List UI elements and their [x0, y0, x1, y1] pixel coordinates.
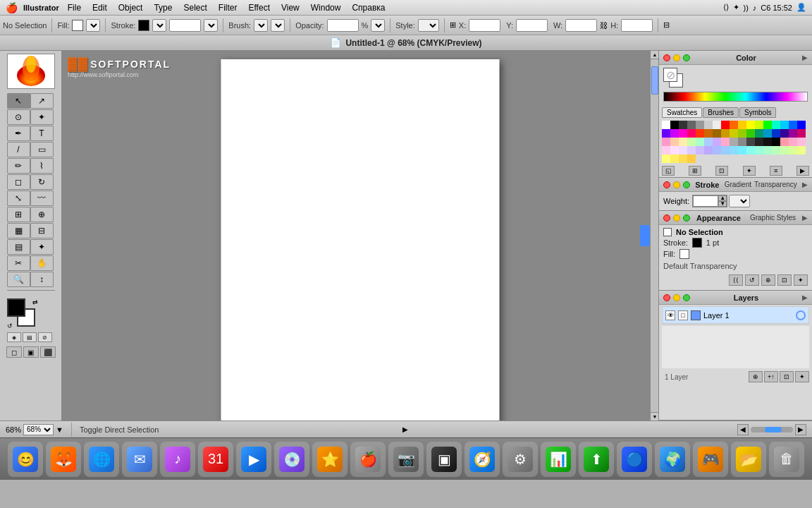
swatch-cell[interactable]: [738, 138, 746, 146]
swatch-cell[interactable]: [662, 146, 670, 155]
stroke-panel-header[interactable]: Stroke Gradient Transparency ▶: [659, 178, 812, 192]
swap-colors-icon[interactable]: ⇄: [32, 298, 38, 306]
swatch-cell[interactable]: [721, 146, 730, 155]
dock-app19[interactable]: 🎮: [693, 442, 728, 477]
menu-edit[interactable]: Edit: [87, 3, 113, 13]
layers-panel-header[interactable]: Layers ▶: [659, 291, 812, 305]
lasso-tool[interactable]: ⊙: [7, 109, 30, 125]
appear-close-btn[interactable]: [663, 214, 670, 222]
swatch-cell[interactable]: [662, 121, 670, 129]
swatch-cell[interactable]: [797, 129, 806, 138]
rotate-tool[interactable]: ↻: [30, 174, 54, 190]
measure-tool[interactable]: ↕: [30, 272, 54, 287]
fullscreen2-mode-btn[interactable]: ⬛: [40, 346, 56, 358]
menu-type[interactable]: Type: [148, 3, 178, 13]
dock-app15[interactable]: 📊: [541, 442, 576, 477]
eyedropper-tool[interactable]: ✦: [30, 239, 54, 255]
swatch-edit[interactable]: ⊡: [715, 166, 728, 176]
fullscreen-mode-btn[interactable]: ▣: [23, 346, 39, 358]
opacity-input[interactable]: 100: [327, 19, 359, 32]
hand-tool[interactable]: ✋: [30, 255, 54, 271]
swatch-new[interactable]: ⊞: [689, 166, 701, 176]
weight-down[interactable]: ▼: [718, 201, 727, 207]
swatch-cell[interactable]: [670, 121, 679, 129]
swatch-cell[interactable]: [780, 121, 789, 129]
swatch-cell[interactable]: [704, 138, 713, 146]
swatch-cell[interactable]: [789, 138, 797, 146]
swatch-cell[interactable]: [679, 121, 687, 129]
tab-brushes[interactable]: Brushes: [703, 107, 739, 118]
y-input[interactable]: 0 mm: [516, 19, 548, 32]
swatch-cell[interactable]: [713, 121, 721, 129]
swatch-cell[interactable]: [687, 155, 696, 163]
appear-tool-3[interactable]: ⊕: [761, 274, 775, 286]
dock-ical[interactable]: 31: [198, 442, 233, 477]
rect-tool[interactable]: ▭: [30, 142, 54, 157]
swatch-cell[interactable]: [730, 138, 738, 146]
pencil-tool[interactable]: ✏: [7, 158, 30, 174]
tab-swatches[interactable]: Swatches: [662, 107, 702, 118]
brush-style[interactable]: [271, 19, 285, 32]
dock-terminal[interactable]: ▣: [426, 442, 462, 477]
appear-min-btn[interactable]: [673, 214, 680, 222]
color-panel-header[interactable]: Color ▶: [659, 51, 812, 65]
direct-selection-tool[interactable]: ↗: [30, 93, 54, 109]
menu-file[interactable]: File: [62, 3, 87, 13]
type-tool[interactable]: T: [30, 126, 54, 141]
swatch-cell[interactable]: [738, 146, 746, 155]
layers-tool-duplicate[interactable]: ⊡: [780, 371, 794, 382]
swatch-cell[interactable]: [772, 129, 780, 138]
dock-mail[interactable]: ✉: [122, 442, 157, 477]
swatch-menu[interactable]: ≡: [770, 166, 782, 176]
scroll-thumb[interactable]: [651, 66, 658, 95]
color-fg[interactable]: ⊘: [663, 68, 677, 82]
swatch-cell[interactable]: [797, 146, 806, 155]
swatch-cell[interactable]: [780, 138, 789, 146]
menu-window[interactable]: Window: [305, 3, 347, 13]
swatch-cell[interactable]: [763, 129, 772, 138]
swatch-cell[interactable]: [662, 155, 670, 163]
swatch-cell[interactable]: [797, 138, 806, 146]
stroke-min-btn[interactable]: [673, 181, 680, 188]
dock-globe[interactable]: 🌐: [84, 442, 119, 477]
layers-tool-delete[interactable]: ✦: [795, 371, 809, 382]
swatch-cell[interactable]: [789, 146, 797, 155]
view-icon[interactable]: ⊟: [663, 20, 670, 30]
tab-gradient[interactable]: Gradient: [725, 181, 751, 188]
line-tool[interactable]: /: [7, 142, 30, 157]
warp-tool[interactable]: 〰: [30, 190, 54, 206]
scroll-left-btn[interactable]: ◀: [737, 424, 749, 435]
normal-mode-btn[interactable]: ◻: [6, 346, 22, 358]
stroke-select[interactable]: [152, 19, 166, 32]
dock-app14[interactable]: ⚙: [503, 442, 538, 477]
appear-tool-5[interactable]: ✦: [794, 274, 808, 286]
dock-qt[interactable]: ▶: [236, 442, 271, 477]
stroke-unit[interactable]: [204, 19, 218, 32]
swatch-cell[interactable]: [704, 121, 713, 129]
dock-safari[interactable]: 🧭: [465, 442, 500, 477]
swatch-cell[interactable]: [730, 129, 738, 138]
dock-firefox[interactable]: 🦊: [46, 442, 81, 477]
foreground-color-box[interactable]: [7, 298, 25, 317]
dock-app20[interactable]: 📂: [731, 442, 766, 477]
swatch-cell[interactable]: [730, 146, 738, 155]
scroll-down-btn[interactable]: ▼: [651, 412, 658, 421]
none-mode-btn[interactable]: ⊘: [38, 332, 52, 342]
swatch-cell[interactable]: [696, 146, 704, 155]
swatch-cell[interactable]: [738, 129, 746, 138]
swatch-cell[interactable]: [755, 121, 763, 129]
swatch-cell[interactable]: [713, 138, 721, 146]
brush-select[interactable]: [254, 19, 268, 32]
swatch-cell[interactable]: [696, 138, 704, 146]
layers-tool-move-up[interactable]: +↑: [764, 371, 778, 382]
menu-filter[interactable]: Filter: [213, 3, 243, 13]
swatch-cell[interactable]: [670, 155, 679, 163]
graphic-styles-tab[interactable]: Graphic Styles: [750, 214, 796, 222]
dock-app18[interactable]: 🌍: [655, 442, 690, 477]
swatch-cell[interactable]: [696, 121, 704, 129]
swatch-cell[interactable]: [687, 121, 696, 129]
scale-tool[interactable]: ⤡: [7, 190, 30, 206]
play-icon[interactable]: ▶: [402, 425, 408, 433]
swatch-cell[interactable]: [687, 138, 696, 146]
swatch-cell[interactable]: [704, 129, 713, 138]
